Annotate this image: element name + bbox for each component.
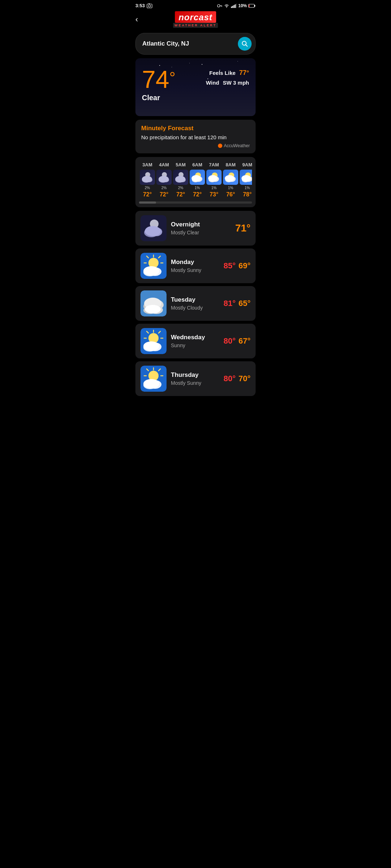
hour-precip: 2% <box>161 186 167 190</box>
hour-precip: 1% <box>211 186 216 190</box>
forecast-day-name: Tuesday <box>171 296 219 303</box>
search-button[interactable] <box>238 37 252 51</box>
forecast-day-card: Thursday Mostly Sunny 80° 70° <box>135 361 256 396</box>
hour-precip: 1% <box>195 186 200 190</box>
hourly-bar-track <box>139 201 252 204</box>
forecast-day-temps: 81° 65° <box>223 299 251 308</box>
minutely-card: Minutely Forecast No precipitation for a… <box>135 120 256 153</box>
overnight-temp: 71° <box>235 222 251 234</box>
forecast-day-temps: 71° <box>235 222 251 234</box>
hour-icon-day <box>190 170 205 185</box>
svg-rect-7 <box>231 7 232 8</box>
svg-point-59 <box>143 266 159 276</box>
forecast-day-condition: Sunny <box>171 342 219 348</box>
hour-label: 4AM <box>159 162 169 167</box>
forecast-day-name: Monday <box>171 259 219 266</box>
hourly-section: 3AM 2% 72° 4AM 2% 72° 5AM <box>135 157 256 207</box>
hourly-row: 3AM 2% 72° 4AM 2% 72° 5AM <box>139 162 252 198</box>
app-logo: norcast WEATHER ALERT <box>173 11 218 28</box>
forecast-icon-svg <box>140 253 167 279</box>
temp-low: 69° <box>239 261 251 271</box>
svg-point-86 <box>143 379 159 388</box>
forecast-cards: Overnight Mostly Clear 71° Monday Mostly… <box>130 211 261 396</box>
forecast-day-icon <box>140 215 167 241</box>
signal-icon <box>231 4 237 8</box>
hour-icon-day <box>206 170 222 185</box>
minutely-description: No precipitation for at least 120 min <box>141 134 250 140</box>
night-cloud-svg <box>156 170 172 185</box>
status-right: 10% <box>217 3 256 8</box>
temp-low: 67° <box>239 336 251 346</box>
svg-point-49 <box>145 226 161 236</box>
hourly-item: 4AM 2% 72° <box>156 162 172 198</box>
header: ‹ norcast WEATHER ALERT <box>130 10 261 31</box>
forecast-icon-svg <box>140 366 167 392</box>
forecast-day-icon <box>140 290 167 316</box>
wind-label: Wind <box>206 80 219 86</box>
hour-temp: 72° <box>160 191 168 198</box>
forecast-icon-svg <box>140 290 167 316</box>
svg-point-1 <box>148 5 151 7</box>
hourly-item: 7AM 1% 73° <box>206 162 222 198</box>
forecast-day-info: Tuesday Mostly Cloudy <box>171 296 219 311</box>
hour-precip: 2% <box>178 186 183 190</box>
night-cloud-svg <box>173 170 188 185</box>
forecast-day-condition: Mostly Sunny <box>171 380 219 386</box>
forecast-day-info: Overnight Mostly Clear <box>171 221 231 235</box>
hour-temp: 72° <box>143 191 152 198</box>
hour-temp: 76° <box>226 191 235 198</box>
hourly-item: 3AM 2% 72° <box>139 162 156 198</box>
hourly-item: 6AM 1% 72° <box>189 162 206 198</box>
svg-point-28 <box>175 176 185 182</box>
svg-rect-0 <box>147 4 152 8</box>
forecast-day-temps: 80° 67° <box>223 336 251 346</box>
day-cloud-svg <box>190 170 205 185</box>
hour-precip: 1% <box>228 186 233 190</box>
hour-precip: 1% <box>245 186 250 190</box>
forecast-icon-svg <box>140 215 167 241</box>
hourly-item: 8AM 1% 76° <box>222 162 239 198</box>
forecast-day-info: Wednesday Sunny <box>171 334 219 348</box>
svg-rect-13 <box>255 5 256 7</box>
svg-point-44 <box>241 175 251 182</box>
hourly-item: 9AM 1% 78° <box>239 162 252 198</box>
back-button[interactable]: ‹ <box>135 15 138 24</box>
temp-high: 80° <box>223 374 235 383</box>
forecast-day-info: Thursday Mostly Sunny <box>171 371 219 386</box>
search-bar[interactable]: Atlantic City, NJ <box>135 33 256 55</box>
night-cloud-svg <box>140 170 155 185</box>
forecast-day-icon <box>140 328 167 354</box>
forecast-day-condition: Mostly Clear <box>171 230 231 235</box>
day-cloud-svg <box>240 170 252 185</box>
hour-temp: 73° <box>210 191 218 198</box>
hour-label: 9AM <box>242 162 252 167</box>
svg-point-20 <box>142 176 152 182</box>
hourly-item: 5AM 2% 72° <box>172 162 189 198</box>
svg-rect-11 <box>236 4 237 8</box>
forecast-day-name: Wednesday <box>171 334 219 341</box>
weather-hero: 74 ° Clear Feels Like 77° Wind SW 3 mph <box>135 58 256 116</box>
photo-icon <box>147 3 152 8</box>
feels-like-label: Feels Like <box>209 70 236 76</box>
hour-icon-day <box>240 170 252 185</box>
forecast-day-card: Wednesday Sunny 80° 67° <box>135 324 256 358</box>
minutely-title: Minutely Forecast <box>141 125 250 132</box>
svg-point-36 <box>208 175 218 182</box>
svg-point-24 <box>159 176 169 182</box>
forecast-day-card: Tuesday Mostly Cloudy 81° 65° <box>135 286 256 321</box>
temp-high: 85° <box>223 261 235 271</box>
forecast-day-icon <box>140 366 167 392</box>
day-cloud-svg <box>206 170 222 185</box>
svg-rect-14 <box>249 4 250 7</box>
temp-high: 81° <box>223 299 235 308</box>
status-bar: 3:53 10% <box>130 0 261 10</box>
current-temp: 74 <box>142 67 169 92</box>
svg-rect-10 <box>235 4 236 8</box>
hour-label: 3AM <box>142 162 152 167</box>
svg-point-76 <box>143 341 159 351</box>
logo-subtitle: WEATHER ALERT <box>173 23 218 28</box>
svg-line-16 <box>246 45 248 47</box>
hour-precip: 2% <box>145 186 150 190</box>
svg-point-3 <box>217 4 220 7</box>
temp-high: 80° <box>223 336 235 346</box>
